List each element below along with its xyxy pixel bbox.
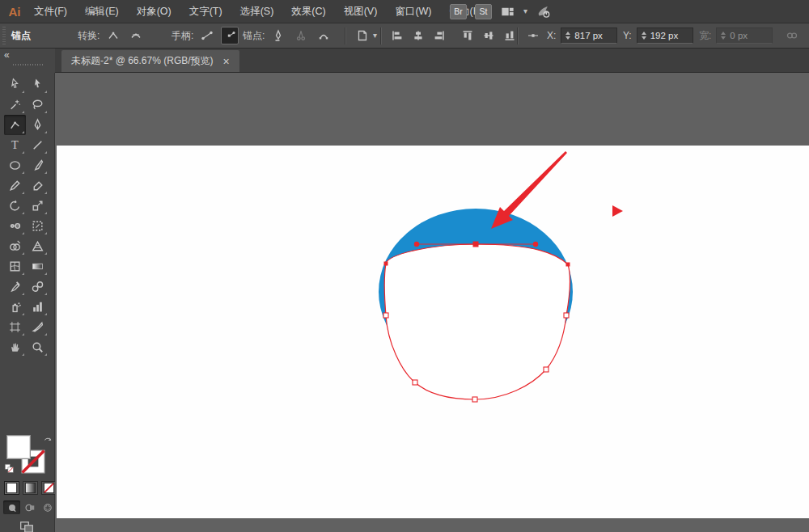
x-stepper[interactable] [565, 32, 570, 40]
width-tool[interactable] [4, 216, 26, 236]
direct-selection-tool[interactable] [4, 74, 26, 95]
menu-bar: Ai 文件(F)编辑(E)对象(O)文字(T)选择(S)效果(C)视图(V)窗口… [0, 0, 809, 23]
constrain-proportions-icon[interactable] [783, 27, 801, 44]
remove-anchor-button[interactable] [269, 27, 287, 44]
free-transform-tool[interactable] [27, 216, 49, 236]
menubar-item-7[interactable]: 窗口(W) [395, 5, 431, 19]
menubar-item-5[interactable]: 效果(C) [291, 5, 325, 19]
anchor-point-filled[interactable] [384, 262, 388, 266]
cut-path-button[interactable] [292, 27, 310, 44]
artboard-tool[interactable] [4, 317, 26, 337]
swap-fill-stroke-icon[interactable] [43, 436, 53, 445]
canvas-area[interactable] [55, 73, 809, 532]
anchor-point-selected[interactable] [473, 242, 479, 247]
pen-tool[interactable] [27, 115, 49, 135]
perspective-grid-tool[interactable] [27, 236, 49, 256]
menubar-item-4[interactable]: 选择(S) [240, 5, 274, 19]
anchor-point[interactable] [383, 313, 388, 318]
menubar-item-6[interactable]: 视图(V) [344, 5, 378, 19]
eyedropper-tool[interactable] [4, 277, 26, 297]
separator [345, 27, 345, 44]
tab-close-button[interactable]: × [223, 56, 230, 67]
chevron-down-icon[interactable]: ▾ [373, 32, 377, 40]
distribute-button[interactable] [524, 27, 542, 44]
gradient-button[interactable] [23, 481, 38, 495]
document-tab-bar: « 未标题-2* @ 66.67% (RGB/预览) × [0, 49, 809, 73]
width-input[interactable]: 0 px [716, 27, 773, 44]
gradient-tool[interactable] [27, 256, 49, 277]
eraser-tool[interactable] [27, 175, 49, 196]
anchor-point[interactable] [413, 380, 417, 385]
menubar-item-1[interactable]: 编辑(E) [85, 5, 119, 19]
convert-to-smooth-button[interactable] [127, 27, 145, 44]
align-left-button[interactable] [388, 27, 406, 44]
align-right-button[interactable] [430, 27, 448, 44]
align-top-button[interactable] [459, 27, 477, 44]
paint-style-buttons [4, 481, 57, 495]
x-position-input[interactable]: 817 px [561, 27, 617, 44]
main-menus: 文件(F)编辑(E)对象(O)文字(T)选择(S)效果(C)视图(V)窗口(W)… [34, 5, 484, 19]
slice-tool[interactable] [27, 317, 49, 337]
shape-builder-tool[interactable] [4, 236, 26, 256]
handle-endpoint[interactable] [414, 242, 419, 247]
menubar-item-0[interactable]: 文件(F) [34, 5, 67, 19]
align-bottom-button[interactable] [501, 27, 519, 44]
rotate-tool[interactable] [4, 196, 26, 216]
default-colors-icon[interactable] [4, 463, 15, 474]
blend-tool[interactable] [27, 277, 49, 297]
cs-live-icon[interactable] [536, 4, 551, 19]
pencil-tool[interactable] [4, 175, 26, 196]
y-position-input[interactable]: 192 px [637, 27, 693, 44]
ellipse-tool[interactable] [4, 155, 26, 175]
convert-to-corner-button[interactable] [104, 27, 122, 44]
mesh-tool[interactable] [4, 256, 26, 277]
width-value: 0 px [730, 31, 748, 40]
controlbar-grip[interactable] [2, 27, 6, 45]
draw-behind-button[interactable] [21, 500, 38, 514]
hand-tool[interactable] [4, 337, 26, 357]
bridge-button[interactable]: Br [450, 4, 467, 19]
connect-path-button[interactable] [315, 27, 332, 44]
align-horizontal-center-button[interactable] [409, 27, 427, 44]
type-tool[interactable]: T [4, 135, 26, 155]
screen-mode-button[interactable] [19, 520, 35, 532]
draw-normal-button[interactable] [3, 500, 20, 514]
lasso-tool[interactable] [27, 95, 49, 115]
symbol-sprayer-tool[interactable] [4, 297, 26, 317]
draw-inside-button[interactable] [39, 500, 56, 514]
menubar-item-2[interactable]: 对象(O) [137, 5, 172, 19]
line-segment-tool[interactable] [27, 135, 49, 155]
anchor-point[interactable] [544, 367, 549, 372]
width-stepper[interactable] [721, 32, 726, 40]
y-value: 192 px [650, 31, 679, 40]
color-button[interactable] [4, 481, 19, 495]
document-setup-button[interactable] [354, 27, 371, 44]
menubar-item-3[interactable]: 文字(T) [189, 5, 222, 19]
handle-endpoint[interactable] [533, 242, 538, 247]
paintbrush-tool[interactable] [27, 155, 49, 175]
document-tab[interactable]: 未标题-2* @ 66.67% (RGB/预览) × [61, 50, 239, 72]
column-graph-tool[interactable] [27, 297, 49, 317]
anchor-point[interactable] [472, 397, 477, 402]
anchor-point[interactable] [564, 313, 569, 318]
align-vertical-center-button[interactable] [480, 27, 498, 44]
zoom-tool[interactable] [27, 337, 49, 357]
x-label: X: [547, 30, 556, 41]
fill-color-swatch[interactable] [6, 435, 31, 459]
y-stepper[interactable] [642, 32, 646, 40]
collapse-panel-button[interactable]: « [4, 49, 10, 61]
anchor-point-tool[interactable] [4, 115, 26, 135]
panel-grip[interactable] [13, 64, 44, 65]
hide-handles-button[interactable] [221, 27, 239, 44]
stock-button[interactable]: St [475, 4, 492, 19]
workspace-switcher-icon[interactable] [500, 4, 515, 19]
selection-tool[interactable] [27, 74, 49, 95]
magic-wand-tool[interactable] [4, 95, 26, 115]
anchor-point-filled[interactable] [566, 263, 570, 267]
convert-label: 转换: [78, 29, 100, 43]
anchors-label: 锚点: [243, 29, 265, 43]
show-handles-button[interactable] [198, 27, 216, 44]
app-logo[interactable]: Ai [0, 5, 29, 19]
scale-tool[interactable] [27, 196, 49, 216]
chevron-down-icon[interactable]: ▾ [523, 7, 527, 15]
